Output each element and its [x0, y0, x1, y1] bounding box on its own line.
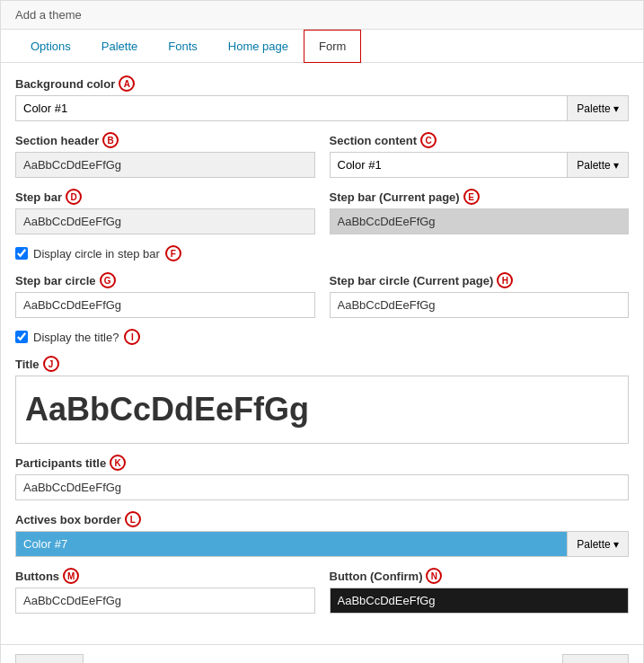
- page-header: Add a theme: [1, 1, 643, 30]
- tab-palette[interactable]: Palette: [86, 30, 153, 63]
- participants-title-group: Participants title K: [15, 455, 629, 500]
- stepbar-row: Step bar D Step bar (Current page) E: [15, 189, 629, 245]
- badge-l: L: [125, 511, 141, 527]
- badge-n: N: [426, 568, 442, 584]
- save-button[interactable]: ✔ Save: [562, 654, 629, 663]
- section-content-palette-btn[interactable]: Palette ▾: [567, 152, 629, 178]
- badge-f: F: [165, 245, 181, 261]
- step-bar-circle-current-label: Step bar circle (Current page) H: [330, 272, 630, 288]
- step-bar-label: Step bar D: [15, 189, 315, 205]
- section-header-input[interactable]: [15, 152, 315, 178]
- page-container: Add a theme Options Palette Fonts Home p…: [0, 0, 644, 663]
- display-circle-checkbox[interactable]: [15, 247, 28, 260]
- title-preview: AaBbCcDdEeFfGg: [15, 376, 629, 444]
- background-color-group: Background color A Palette ▾: [15, 75, 629, 121]
- step-bar-current-label: Step bar (Current page) E: [330, 189, 630, 205]
- button-confirm-label: Button (Confirm) N: [330, 568, 630, 584]
- step-bar-current-input[interactable]: [330, 208, 630, 234]
- step-bar-circle-current-group: Step bar circle (Current page) H: [330, 272, 630, 318]
- actives-box-border-palette-btn[interactable]: Palette ▾: [567, 531, 629, 557]
- badge-m: M: [63, 568, 79, 584]
- step-bar-circle-input[interactable]: [15, 292, 315, 318]
- badge-h: H: [497, 272, 513, 288]
- badge-d: D: [66, 189, 82, 205]
- section-header-group: Section header B: [15, 132, 315, 178]
- content-area: Background color A Palette ▾ Section hea…: [1, 63, 643, 637]
- buttons-label: Buttons M: [15, 568, 315, 584]
- display-title-checkbox[interactable]: [15, 331, 28, 343]
- step-bar-circle-current-input[interactable]: [330, 292, 630, 318]
- badge-k: K: [110, 455, 126, 471]
- badge-c: C: [420, 132, 437, 148]
- section-content-input-row: Palette ▾: [330, 152, 630, 178]
- actives-box-border-input[interactable]: [15, 531, 567, 557]
- badge-e: E: [463, 189, 480, 205]
- buttons-row: Buttons M Button (Confirm) N: [15, 568, 629, 624]
- section-content-input[interactable]: [330, 152, 568, 178]
- tabs-bar: Options Palette Fonts Home page Form: [1, 30, 643, 63]
- footer-bar: ← Back ✔ Save: [1, 644, 643, 663]
- buttons-group: Buttons M: [15, 568, 315, 614]
- tab-options[interactable]: Options: [15, 30, 86, 63]
- display-title-row: Display the title? I: [15, 329, 629, 345]
- background-color-palette-btn[interactable]: Palette ▾: [567, 95, 629, 121]
- tab-form[interactable]: Form: [304, 30, 361, 63]
- badge-a: A: [119, 75, 135, 92]
- background-color-input-row: Palette ▾: [15, 95, 629, 121]
- section-content-label: Section content C: [330, 132, 630, 148]
- page-title: Add a theme: [15, 8, 82, 22]
- step-bar-current-group: Step bar (Current page) E: [330, 189, 630, 234]
- section-header-label: Section header B: [15, 132, 315, 148]
- buttons-input[interactable]: [15, 588, 315, 614]
- stepbar-circle-row: Step bar circle G Step bar circle (Curre…: [15, 272, 629, 329]
- step-bar-group: Step bar D: [15, 189, 315, 234]
- step-bar-circle-group: Step bar circle G: [15, 272, 315, 318]
- badge-g: G: [100, 272, 116, 288]
- participants-title-input[interactable]: [15, 474, 629, 500]
- button-confirm-group: Button (Confirm) N: [330, 568, 630, 614]
- actives-box-border-label: Actives box border L: [15, 511, 629, 527]
- badge-b: B: [102, 132, 119, 148]
- title-group: Title J AaBbCcDdEeFfGg: [15, 356, 629, 444]
- tab-homepage[interactable]: Home page: [213, 30, 304, 63]
- button-confirm-input[interactable]: [330, 588, 630, 614]
- section-row: Section header B Section content C Palet…: [15, 132, 629, 189]
- step-bar-circle-label: Step bar circle G: [15, 272, 315, 288]
- section-content-group: Section content C Palette ▾: [330, 132, 630, 178]
- actives-box-border-input-row: Palette ▾: [15, 531, 629, 557]
- back-button[interactable]: ← Back: [15, 654, 84, 663]
- background-color-label: Background color A: [15, 75, 629, 92]
- actives-box-border-group: Actives box border L Palette ▾: [15, 511, 629, 557]
- background-color-input[interactable]: [15, 95, 567, 121]
- participants-title-label: Participants title K: [15, 455, 629, 471]
- step-bar-input[interactable]: [15, 208, 315, 234]
- display-circle-row: Display circle in step bar F: [15, 245, 629, 261]
- title-label: Title J: [15, 356, 629, 372]
- tab-fonts[interactable]: Fonts: [153, 30, 213, 63]
- badge-i: I: [124, 329, 140, 345]
- badge-j: J: [43, 356, 59, 372]
